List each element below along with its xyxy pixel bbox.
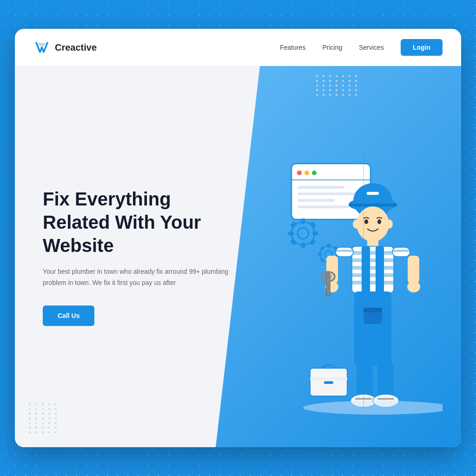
svg-rect-12 xyxy=(301,243,305,248)
logo-icon xyxy=(33,39,50,56)
svg-rect-5 xyxy=(298,186,344,189)
svg-rect-18 xyxy=(310,239,316,245)
svg-point-37 xyxy=(385,219,393,229)
svg-rect-15 xyxy=(290,221,297,228)
svg-point-36 xyxy=(353,219,360,229)
svg-rect-11 xyxy=(301,218,305,224)
svg-rect-49 xyxy=(364,308,382,312)
svg-rect-68 xyxy=(324,381,333,384)
svg-rect-44 xyxy=(352,281,394,284)
svg-point-1 xyxy=(297,171,302,175)
logo-area: Creactive xyxy=(33,39,97,56)
svg-point-60 xyxy=(407,281,420,292)
cta-button[interactable]: Call Us xyxy=(43,305,94,326)
nav-pricing[interactable]: Pricing xyxy=(322,44,342,51)
svg-point-10 xyxy=(298,228,309,239)
svg-rect-58 xyxy=(392,250,410,252)
svg-rect-43 xyxy=(352,273,394,277)
hero-subtitle: Your best plumber in town who already fi… xyxy=(43,266,238,289)
svg-rect-7 xyxy=(298,199,335,202)
svg-rect-23 xyxy=(318,253,322,256)
svg-point-33 xyxy=(357,206,389,242)
nav-services[interactable]: Services xyxy=(359,44,384,51)
nav: Features Pricing Services Login xyxy=(280,39,443,56)
svg-point-2 xyxy=(304,171,309,175)
dots-top-right xyxy=(316,75,359,96)
svg-rect-8 xyxy=(298,205,349,208)
svg-rect-31 xyxy=(349,204,397,206)
svg-rect-14 xyxy=(312,231,318,235)
login-button[interactable]: Login xyxy=(401,39,443,56)
svg-rect-59 xyxy=(408,256,419,284)
hero-title: Fix Everything Related With Your Website xyxy=(43,187,238,257)
svg-point-3 xyxy=(312,171,317,175)
svg-rect-47 xyxy=(376,246,384,294)
svg-rect-45 xyxy=(354,291,391,366)
svg-rect-41 xyxy=(352,258,394,262)
svg-rect-6 xyxy=(298,192,358,195)
svg-rect-42 xyxy=(352,266,394,270)
nav-features[interactable]: Features xyxy=(280,44,305,51)
svg-rect-13 xyxy=(288,231,294,235)
svg-rect-40 xyxy=(352,251,394,255)
svg-point-70 xyxy=(303,401,443,415)
header: Creactive Features Pricing Services Logi… xyxy=(15,29,461,66)
main-content: Fix Everything Related With Your Website… xyxy=(15,66,461,447)
page-container: Creactive Features Pricing Services Logi… xyxy=(15,29,461,447)
svg-rect-17 xyxy=(290,239,297,245)
svg-rect-21 xyxy=(327,244,330,248)
svg-rect-32 xyxy=(366,192,379,195)
logo-text: Creactive xyxy=(55,42,97,53)
svg-rect-46 xyxy=(362,246,370,294)
svg-rect-66 xyxy=(377,398,394,400)
svg-rect-16 xyxy=(310,221,316,228)
svg-point-34 xyxy=(364,219,368,224)
worker-svg xyxy=(219,150,443,419)
illustration xyxy=(219,150,443,419)
svg-rect-69 xyxy=(310,377,347,380)
svg-rect-51 xyxy=(336,250,353,252)
svg-rect-54 xyxy=(326,273,330,296)
dots-bottom-left xyxy=(29,403,59,433)
hero-text: Fix Everything Related With Your Website… xyxy=(43,187,238,326)
svg-point-35 xyxy=(377,219,381,224)
